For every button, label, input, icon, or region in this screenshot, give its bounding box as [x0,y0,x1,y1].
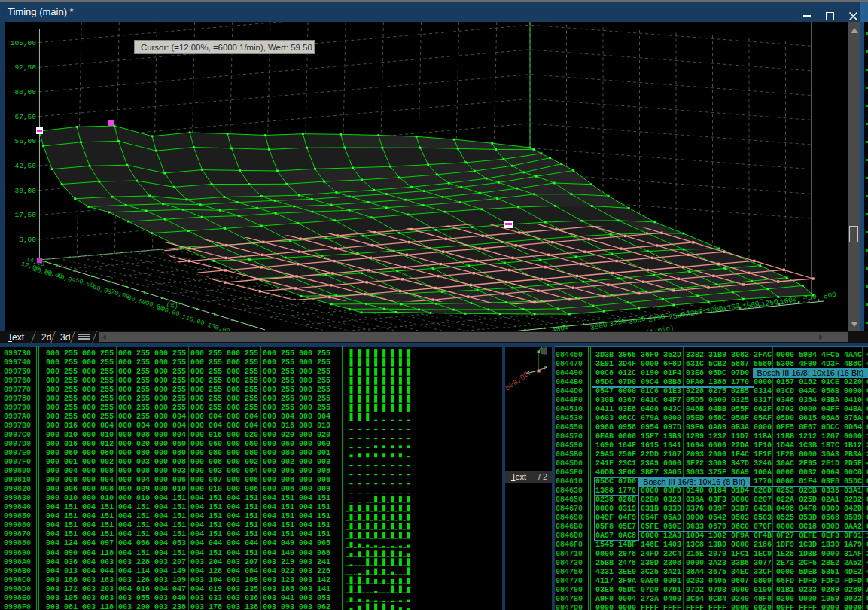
svg-text:1750: 1750 [722,302,741,314]
svg-text:1500: 1500 [742,300,760,312]
svg-text:30,00: 30,00 [14,187,36,195]
svg-text:105,00: 105,00 [11,39,37,47]
svg-text:80,00: 80,00 [14,88,36,96]
svg-text:40,00: 40,00 [56,273,76,285]
svg-text:130,00: 130,00 [206,322,230,331]
svg-text:80,00: 80,00 [126,294,147,307]
svg-text:3250: 3250 [608,317,627,329]
svg-text:115,00: 115,00 [181,313,205,328]
svg-text:500,00: 500,00 [505,370,531,392]
svg-text:42,50: 42,50 [14,162,36,170]
svg-text:17,50: 17,50 [14,211,36,219]
svg-text:67,50: 67,50 [14,113,36,121]
svg-text:2250: 2250 [685,307,704,319]
svg-text:92,50: 92,50 [14,63,36,72]
svg-text:1250: 1250 [760,297,779,310]
svg-text:60,00: 60,00 [92,284,112,297]
svg-text:4000: 4000 [551,323,570,331]
svg-text:2500: 2500 [668,310,687,322]
svg-text:55,00: 55,00 [14,137,36,145]
svg-text:3500: 3500 [589,321,608,331]
svg-text:2750: 2750 [647,313,666,325]
svg-text:(1/min): (1/min) [645,324,675,331]
svg-text:500: 500 [823,290,837,300]
